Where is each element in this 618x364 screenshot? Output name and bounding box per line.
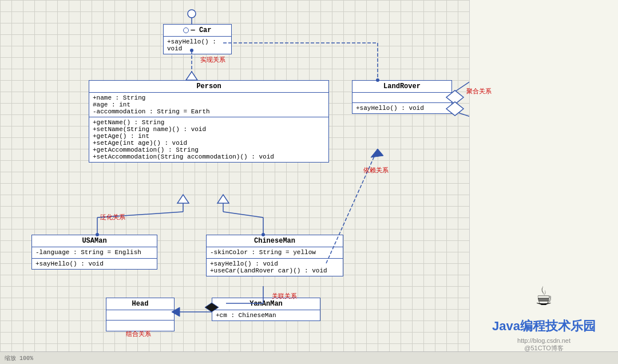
dependency-label: 依赖关系 [363,166,389,175]
person-method-3: +getAge() : int [93,133,325,140]
svg-line-7 [97,212,183,217]
usaman-method-1: +sayHello() : void [35,260,153,267]
landrover-class-header: LandRover [352,81,451,93]
head-attributes [106,310,174,321]
svg-marker-9 [177,195,189,203]
usaman-class-header: USAMan [32,235,157,247]
usaman-class: USAMan -language : String = English +say… [31,235,157,270]
person-class: Person +name : String #age : int -accomm… [89,80,329,163]
person-attr-3: -accommodation : String = Earth [93,108,325,115]
realization-label: 实现关系 [200,56,225,64]
car-methods: +sayHello() : void [164,37,231,54]
person-method-5: +getAccommodation() : String [93,147,325,153]
svg-point-0 [188,10,196,18]
car-method-1: +sayHello() : void [167,38,228,52]
usaman-attr-1: -language : String = English [35,249,153,256]
chineseman-attr-1: -skinColor : String = yellow [210,249,339,256]
chineseman-class-header: ChineseMan [207,235,343,247]
landrover-methods: +sayHello() : void [352,103,451,113]
svg-marker-3 [186,72,197,80]
yananman-attr-1: +cm : ChineseMan [216,312,316,319]
person-attr-2: #age : int [93,101,325,108]
landrover-attributes [352,93,451,103]
yananman-methods: +cm : ChineseMan [212,310,320,321]
person-method-2: +setName(String name)() : void [93,126,325,133]
chineseman-methods: +sayHello() : void +useCar(LandRover car… [207,259,343,276]
person-method-4: +setAge(int age)() : void [93,140,325,147]
person-class-header: Person [89,81,328,93]
chineseman-method-2: +useCar(LandRover car)() : void [210,267,339,274]
bottom-bar: 缩放 100% [0,351,618,364]
person-method-6: +setAccommodation(String accommodation)(… [93,153,325,160]
chineseman-class: ChineseMan -skinColor : String = yellow … [206,235,343,276]
svg-marker-13 [217,195,229,203]
chineseman-method-1: +sayHello() : void [210,260,339,267]
person-attr-1: +name : String [93,94,325,101]
head-methods [106,321,174,331]
car-interface-symbol [183,27,189,33]
landrover-method-1: +sayHello() : void [356,105,448,112]
usaman-attributes: -language : String = English [32,247,157,259]
bottom-bar-left: 缩放 100% [5,354,33,362]
watermark-panel: ☕ Java编程技术乐园 http://blog.csdn.net @51CTO… [469,0,618,364]
watermark-url: http://blog.csdn.net [517,337,571,344]
svg-marker-21 [371,149,383,157]
person-attributes: +name : String #age : int -accommodation… [89,93,328,117]
person-method-1: +getName() : String [93,119,325,126]
yananman-class: YanAnMan +cm : ChineseMan [212,298,320,321]
usaman-methods: +sayHello() : void [32,259,157,269]
yananman-class-header: YanAnMan [212,298,320,310]
landrover-class: LandRover +sayHello() : void [352,80,452,114]
head-class: Head [106,298,175,331]
watermark-title: Java编程技术乐园 [492,318,596,335]
car-class-header: — Car [164,25,231,37]
svg-line-11 [223,212,263,217]
watermark-icon: ☕ [536,279,552,313]
chineseman-attributes: -skinColor : String = yellow [207,247,343,259]
generalization-label-1: 泛化关系 [100,213,125,221]
person-methods: +getName() : String +setName(String name… [89,117,328,162]
head-class-header: Head [106,298,174,310]
car-class: — Car +sayHello() : void [163,24,232,54]
